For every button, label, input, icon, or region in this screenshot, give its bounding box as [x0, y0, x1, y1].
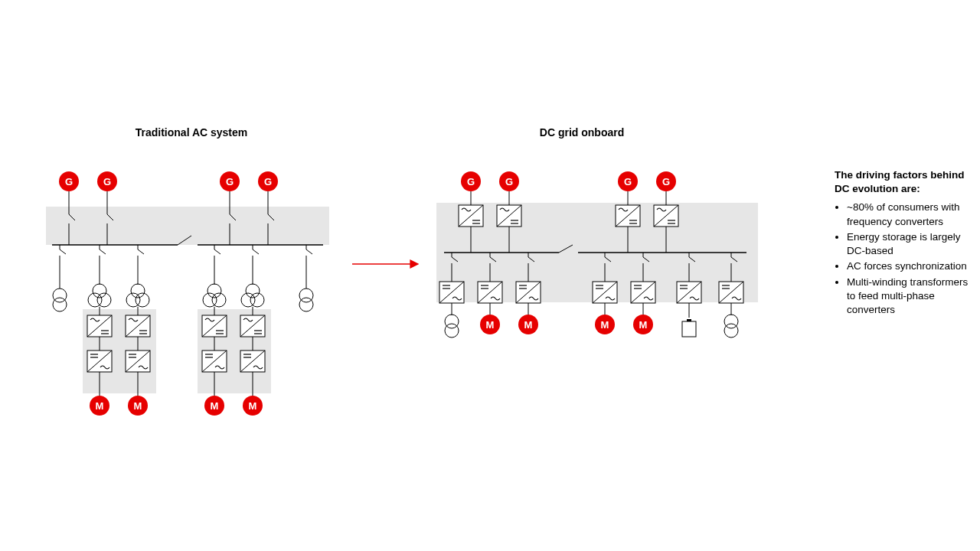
converter-icon: [87, 315, 112, 337]
generator-icon: [461, 171, 481, 191]
converter-icon: [126, 350, 150, 372]
converter-icon: [240, 350, 265, 372]
schematic-svg: G M: [0, 0, 980, 551]
generator-icon: [97, 171, 117, 191]
converter-icon: [478, 282, 502, 303]
motor-icon: [633, 315, 653, 334]
transformer-icon: [203, 284, 226, 307]
right-diagram: [436, 171, 758, 337]
battery-icon: [682, 319, 696, 337]
diagram-canvas: Traditional AC system DC grid onboard Th…: [0, 0, 980, 551]
generator-icon: [258, 171, 278, 191]
generator-icon: [59, 171, 79, 191]
motor-icon: [128, 396, 148, 416]
motor-icon: [595, 315, 615, 334]
transformer-icon: [53, 289, 67, 311]
converter-icon: [616, 205, 640, 227]
converter-icon: [240, 315, 265, 337]
converter-icon: [87, 350, 112, 372]
converter-icon: [677, 282, 701, 303]
ac-switchgear-bg: [46, 207, 329, 245]
left-diagram: [46, 171, 329, 416]
transformer-icon: [299, 289, 313, 311]
transformer-icon: [445, 315, 459, 337]
motor-icon: [518, 315, 538, 334]
transformer-icon: [241, 284, 264, 307]
generator-icon: [656, 171, 676, 191]
converter-icon: [439, 282, 464, 303]
motor-icon: [480, 315, 500, 334]
motor-icon: [204, 396, 224, 416]
transformer-icon: [88, 284, 111, 307]
transformer-icon: [724, 315, 738, 337]
transformer-icon: [126, 284, 149, 307]
converter-icon: [202, 315, 227, 337]
converter-icon: [202, 350, 227, 372]
converter-icon: [593, 282, 617, 303]
converter-icon: [516, 282, 541, 303]
converter-icon: [719, 282, 743, 303]
converter-icon: [459, 205, 483, 227]
converter-icon: [631, 282, 655, 303]
generator-icon: [499, 171, 519, 191]
converter-icon: [497, 205, 521, 227]
generator-icon: [220, 171, 240, 191]
converter-icon: [654, 205, 678, 227]
motor-icon: [243, 396, 263, 416]
motor-icon: [90, 396, 109, 416]
converter-icon: [126, 315, 150, 337]
generator-icon: [618, 171, 638, 191]
